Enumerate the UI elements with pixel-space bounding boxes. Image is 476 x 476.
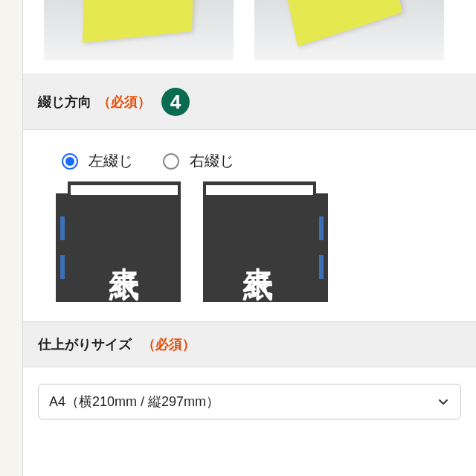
paper-type-thumbnails [23,0,476,74]
finished-size-title: 仕上がりサイズ [38,335,132,353]
binding-left-radio[interactable]: 左綴じ [62,151,133,171]
finished-size-header: 仕上がりサイズ （必須） [23,322,476,367]
radio-icon [163,153,179,170]
binding-right-label: 右綴じ [190,151,234,171]
book-spine-icon [56,193,69,302]
finished-size-value: A4（横210mm / 縦297mm） [49,393,219,411]
book-spine-icon [315,193,328,302]
cover-text: 表紙 [69,243,181,252]
chevron-down-icon [438,396,448,407]
paper-type-thumbnail[interactable] [44,0,234,60]
radio-icon [62,153,78,170]
step-badge: 4 [161,88,190,116]
binding-left-illustration: 表紙 [56,181,181,302]
binding-right-illustration: 表紙 [203,181,328,302]
required-label: （必須） [142,335,196,353]
binding-direction-title: 綴じ方向 [38,93,91,111]
binding-direction-header: 綴じ方向 （必須） 4 [23,74,476,130]
finished-size-select[interactable]: A4（横210mm / 縦297mm） [38,384,461,419]
paper-type-thumbnail[interactable] [254,0,444,60]
binding-right-radio[interactable]: 右綴じ [163,151,234,171]
binding-direction-options: 左綴じ 右綴じ 表紙 [23,130,476,322]
cover-text: 表紙 [203,243,315,252]
required-label: （必須） [97,93,151,111]
binding-left-label: 左綴じ [89,151,133,171]
